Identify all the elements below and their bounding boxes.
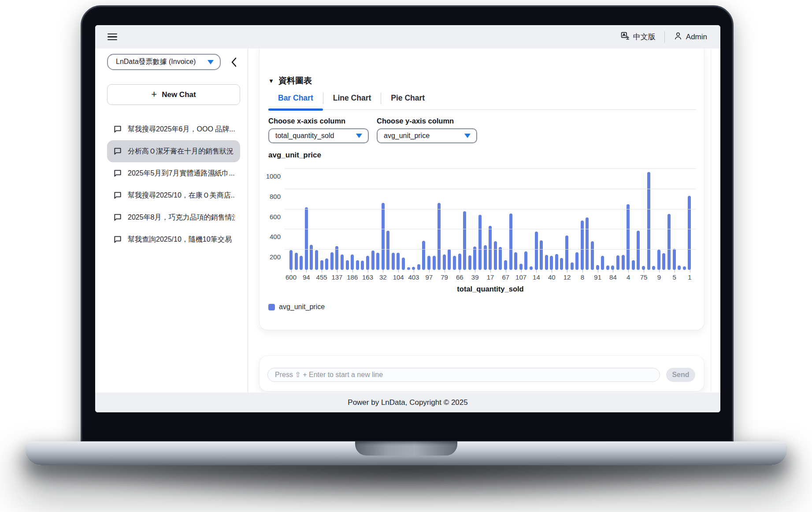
bar[interactable] xyxy=(443,254,446,270)
bar[interactable] xyxy=(545,255,548,270)
bar[interactable] xyxy=(616,255,619,270)
bar[interactable] xyxy=(647,172,650,270)
bar[interactable] xyxy=(463,211,466,270)
bar[interactable] xyxy=(673,249,676,270)
bar[interactable] xyxy=(382,203,385,270)
bar[interactable] xyxy=(504,260,507,270)
bar[interactable] xyxy=(310,245,313,270)
bar[interactable] xyxy=(524,251,527,270)
bar[interactable] xyxy=(351,254,354,270)
dataset-select[interactable]: LnData發票數據 (Invoice) xyxy=(107,54,221,70)
bar[interactable] xyxy=(489,226,492,270)
collapse-triangle-icon[interactable]: ▼ xyxy=(268,78,274,84)
bar[interactable] xyxy=(683,266,686,270)
bar[interactable] xyxy=(305,207,308,270)
bar[interactable] xyxy=(417,264,420,270)
bar[interactable] xyxy=(473,247,476,270)
bar[interactable] xyxy=(392,253,395,270)
new-chat-button[interactable]: + New Chat xyxy=(107,84,240,105)
bar[interactable] xyxy=(458,254,461,270)
bar[interactable] xyxy=(386,231,389,270)
bar[interactable] xyxy=(366,256,369,270)
bar[interactable] xyxy=(412,267,415,270)
bar[interactable] xyxy=(667,214,671,270)
chat-history-item[interactable]: 幫我查詢2025/10，隨機10筆交易 xyxy=(107,228,240,250)
bar[interactable] xyxy=(535,232,538,270)
chat-history-item[interactable]: 2025年5月到7月實體通路濕紙巾... xyxy=(107,162,240,184)
bar[interactable] xyxy=(575,252,578,270)
bar[interactable] xyxy=(453,256,456,270)
bar[interactable] xyxy=(289,250,293,270)
bar[interactable] xyxy=(514,252,517,270)
bar[interactable] xyxy=(330,252,334,270)
bar[interactable] xyxy=(438,203,441,270)
bar[interactable] xyxy=(448,249,451,270)
chat-history-item[interactable]: 幫我搜尋2025/10，在康Ｏ美商店... xyxy=(107,184,240,206)
bar[interactable] xyxy=(407,267,410,270)
bar[interactable] xyxy=(571,262,574,270)
bar[interactable] xyxy=(678,265,681,270)
bar[interactable] xyxy=(601,256,604,270)
bar[interactable] xyxy=(519,264,523,270)
bar[interactable] xyxy=(346,260,349,270)
bar[interactable] xyxy=(427,256,430,270)
footer-text: Power by LnData, Copyright © 2025 xyxy=(348,398,467,407)
bar[interactable] xyxy=(300,256,303,270)
bar[interactable] xyxy=(591,241,594,270)
tab-bar-chart[interactable]: Bar Chart xyxy=(268,93,323,109)
bar[interactable] xyxy=(433,256,436,270)
bar[interactable] xyxy=(320,260,323,270)
x-axis-tick xyxy=(659,270,660,273)
bar[interactable] xyxy=(499,247,502,270)
bar[interactable] xyxy=(611,265,614,270)
send-button[interactable]: Send xyxy=(666,368,695,382)
bar[interactable] xyxy=(581,220,584,270)
bar[interactable] xyxy=(530,266,533,270)
bar[interactable] xyxy=(632,260,635,270)
bar[interactable] xyxy=(550,256,553,270)
y-axis-select[interactable]: avg_unit_price xyxy=(377,128,477,143)
bar[interactable] xyxy=(642,266,645,270)
bar[interactable] xyxy=(376,253,379,270)
bar[interactable] xyxy=(540,240,543,270)
sidebar-collapse-button[interactable] xyxy=(230,57,237,67)
bar[interactable] xyxy=(688,196,691,270)
bar[interactable] xyxy=(509,213,512,270)
bar[interactable] xyxy=(596,265,599,270)
chat-history-item[interactable]: 分析高Ｏ潔牙膏在十月的銷售狀況 xyxy=(107,140,240,162)
bar[interactable] xyxy=(468,255,471,270)
bar[interactable] xyxy=(315,250,318,270)
bar[interactable] xyxy=(397,253,400,270)
bar[interactable] xyxy=(560,258,563,270)
bar[interactable] xyxy=(586,217,589,270)
bar[interactable] xyxy=(637,231,640,270)
bar[interactable] xyxy=(565,235,568,270)
bar[interactable] xyxy=(627,204,630,270)
bar[interactable] xyxy=(356,260,359,270)
bar[interactable] xyxy=(402,258,405,270)
bar[interactable] xyxy=(295,253,298,270)
chat-history-item[interactable]: 幫我搜尋2025年6月，OOO 品牌... xyxy=(107,118,240,140)
user-label: Admin xyxy=(686,33,707,41)
chat-history-item[interactable]: 2025年8月，巧克力品項的銷售情況 xyxy=(107,206,240,228)
bar[interactable] xyxy=(422,241,425,270)
tab-pie-chart[interactable]: Pie Chart xyxy=(381,93,434,109)
bar[interactable] xyxy=(606,265,609,270)
bar[interactable] xyxy=(555,254,558,270)
bar[interactable] xyxy=(652,266,655,270)
bar[interactable] xyxy=(478,215,482,270)
tab-line-chart[interactable]: Line Chart xyxy=(323,93,381,109)
hamburger-menu-icon[interactable] xyxy=(108,34,117,41)
bar[interactable] xyxy=(325,258,328,270)
bar[interactable] xyxy=(371,250,374,270)
message-input[interactable] xyxy=(267,368,660,382)
bar[interactable] xyxy=(341,254,344,270)
bar[interactable] xyxy=(494,241,497,270)
language-toggle[interactable]: 中文版 xyxy=(620,31,656,43)
x-axis-select[interactable]: total_quantity_sold xyxy=(268,128,369,143)
bar[interactable] xyxy=(361,261,364,270)
bar[interactable] xyxy=(662,253,665,270)
user-menu[interactable]: Admin xyxy=(674,31,707,42)
bar[interactable] xyxy=(657,250,660,270)
bar[interactable] xyxy=(622,255,625,270)
